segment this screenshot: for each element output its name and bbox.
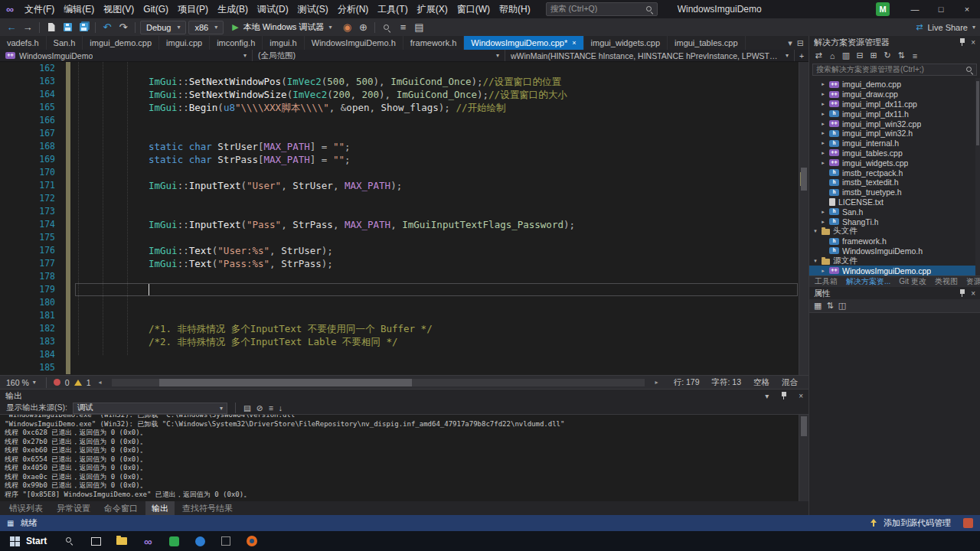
line-number[interactable]: 174 xyxy=(0,218,61,231)
output-lines[interactable]: "WindowsImguiDemo.exe" (Win32): 已卸载 "C:\… xyxy=(0,415,799,501)
editor-tab[interactable]: San.h xyxy=(47,36,83,50)
line-number[interactable]: 162 xyxy=(0,62,61,75)
code-line[interactable]: 183/*2. 非特殊情况 多个InputText Lable 不要相同 */ xyxy=(0,335,808,348)
glyph-margin[interactable] xyxy=(61,218,75,231)
app-icon[interactable] xyxy=(213,531,239,551)
glyph-margin[interactable] xyxy=(61,127,75,140)
line-number[interactable]: 172 xyxy=(0,192,61,205)
code-line[interactable]: 182/*1. 非特殊情况 多个InputText 不要使用同一个 Buffer… xyxy=(0,322,808,335)
chevron-down-icon[interactable]: ▾ xyxy=(812,228,818,234)
start-button[interactable]: Start xyxy=(0,531,57,551)
editor-horizontal-scrollbar[interactable] xyxy=(112,379,644,386)
maximize-icon[interactable]: □ xyxy=(928,0,954,18)
background-tasks-icon[interactable]: ▦ xyxy=(7,519,14,527)
find-message-icon[interactable]: ▤ xyxy=(243,403,251,412)
pin-icon[interactable] xyxy=(959,38,965,47)
undo-icon[interactable]: ↶ xyxy=(100,20,114,34)
tool-window-tab[interactable]: 工具箱 xyxy=(811,276,841,287)
menu-item[interactable]: 项目(P) xyxy=(173,0,213,18)
pin-icon[interactable] xyxy=(781,392,787,400)
properties-icon[interactable]: ≡ xyxy=(909,51,921,60)
file-explorer-icon[interactable] xyxy=(109,531,135,551)
code-editor[interactable]: 162163ImGui::SetNextWindowPos(ImVec2(500… xyxy=(0,62,808,375)
redo-icon[interactable]: ↷ xyxy=(116,20,130,34)
tab-close-icon[interactable]: × xyxy=(572,39,576,47)
line-number[interactable]: 169 xyxy=(0,153,61,166)
solution-configuration-dropdown[interactable]: Debug ▾ xyxy=(140,21,186,34)
error-icon[interactable] xyxy=(54,379,60,386)
property-pages-icon[interactable]: ◫ xyxy=(838,301,846,311)
menu-item[interactable]: Git(G) xyxy=(139,0,173,18)
code-line[interactable]: 169static char StrPass[MAX_PATH] = ""; xyxy=(0,153,808,166)
refresh-icon[interactable]: ↻ xyxy=(881,51,893,60)
chevron-right-icon[interactable]: ▸ xyxy=(820,160,826,166)
tree-item[interactable]: ▸hSan.h xyxy=(809,207,980,217)
glyph-margin[interactable] xyxy=(61,205,75,218)
editor-tab[interactable]: framework.h xyxy=(403,36,465,50)
close-icon[interactable]: × xyxy=(971,289,975,298)
warning-icon[interactable] xyxy=(74,380,82,386)
code-line[interactable]: 179 xyxy=(0,283,808,296)
tree-item[interactable]: ▸++imgui_draw.cpp xyxy=(809,90,980,99)
code-line[interactable]: 180 xyxy=(0,296,808,309)
tree-item[interactable]: ▸himgui_impl_dx11.h xyxy=(809,109,980,119)
spaces-indicator[interactable]: 空格 xyxy=(753,377,769,388)
line-ending-indicator[interactable]: 混合 xyxy=(782,377,798,388)
code-line[interactable]: 176ImGui::Text("User:%s", StrUser); xyxy=(0,244,808,257)
menu-item[interactable]: 文件(F) xyxy=(20,0,59,18)
add-to-source-control-button[interactable]: 添加到源代码管理 xyxy=(884,517,951,529)
tree-item[interactable]: ▾头文件 xyxy=(809,227,980,236)
line-number[interactable]: 176 xyxy=(0,244,61,257)
code-line[interactable]: 174ImGui::InputText("Pass", StrPass, MAX… xyxy=(0,218,808,231)
find-in-files-icon[interactable] xyxy=(380,20,394,34)
member-dropdown[interactable]: wWinMain(HINSTANCE hInstance, HINSTANCE … xyxy=(505,50,795,61)
glyph-margin[interactable] xyxy=(61,244,75,257)
pin-icon[interactable] xyxy=(959,289,965,298)
code-line[interactable]: 172 xyxy=(0,192,808,205)
task-view-icon[interactable] xyxy=(83,531,109,551)
tree-item[interactable]: ▸himgui_impl_win32.h xyxy=(809,129,980,139)
line-number[interactable]: 163 xyxy=(0,75,61,88)
code-line[interactable]: 175 xyxy=(0,231,808,244)
chevron-right-icon[interactable]: ▸ xyxy=(820,140,826,146)
chevron-right-icon[interactable]: ▸ xyxy=(820,130,826,136)
scrollbar-thumb[interactable] xyxy=(801,168,807,191)
tree-scrollbar[interactable] xyxy=(975,78,980,276)
glyph-margin[interactable] xyxy=(61,101,75,114)
chevron-right-icon[interactable]: ▸ xyxy=(820,91,826,97)
tree-item[interactable]: ▸++imgui_widgets.cpp xyxy=(809,158,980,168)
tree-item[interactable]: ▸himgui_internal.h xyxy=(809,139,980,148)
menu-item[interactable]: 编辑(E) xyxy=(59,0,99,18)
tree-item[interactable]: ▸++WindowsImguiDemo.cpp xyxy=(809,266,980,276)
menu-item[interactable]: 扩展(X) xyxy=(413,0,452,18)
comment-out-icon[interactable]: ≡ xyxy=(396,20,410,34)
code-line[interactable]: 164ImGui::SetNextWindowSize(ImVec2(200, … xyxy=(0,88,808,101)
code-line[interactable]: 184 xyxy=(0,348,808,361)
chevron-right-icon[interactable]: ▸ xyxy=(820,209,826,215)
green-app-icon[interactable] xyxy=(161,531,187,551)
line-number[interactable]: 165 xyxy=(0,101,61,114)
glyph-margin[interactable] xyxy=(61,361,75,374)
line-number[interactable]: 183 xyxy=(0,335,61,348)
alphabetical-icon[interactable]: ⇅ xyxy=(826,301,833,311)
navigate-forward-icon[interactable]: → xyxy=(21,20,34,34)
autoscroll-icon[interactable]: ↓ xyxy=(279,403,283,412)
clear-output-icon[interactable]: ⊘ xyxy=(256,403,263,412)
menu-item[interactable]: 工具(T) xyxy=(373,0,412,18)
code-line[interactable]: 178 xyxy=(0,270,808,283)
save-all-icon[interactable] xyxy=(77,20,90,34)
line-number[interactable]: 179 xyxy=(0,283,61,296)
editor-tab[interactable]: imgui_demo.cpp xyxy=(83,36,159,50)
close-icon[interactable]: × xyxy=(954,0,980,18)
close-icon[interactable]: × xyxy=(971,38,975,47)
line-number[interactable]: 184 xyxy=(0,348,61,361)
line-number[interactable]: 167 xyxy=(0,127,61,140)
code-line[interactable]: 173 xyxy=(0,205,808,218)
glyph-margin[interactable] xyxy=(61,153,75,166)
tool-window-tab[interactable]: 资源视图 xyxy=(962,276,980,287)
add-view-icon[interactable]: + xyxy=(795,50,808,61)
glyph-margin[interactable] xyxy=(61,231,75,244)
editor-tab[interactable]: imgui.h xyxy=(263,36,304,50)
editor-tab[interactable]: imgui_widgets.cpp xyxy=(584,36,668,50)
bookmark-icon[interactable]: ▤ xyxy=(412,20,426,34)
